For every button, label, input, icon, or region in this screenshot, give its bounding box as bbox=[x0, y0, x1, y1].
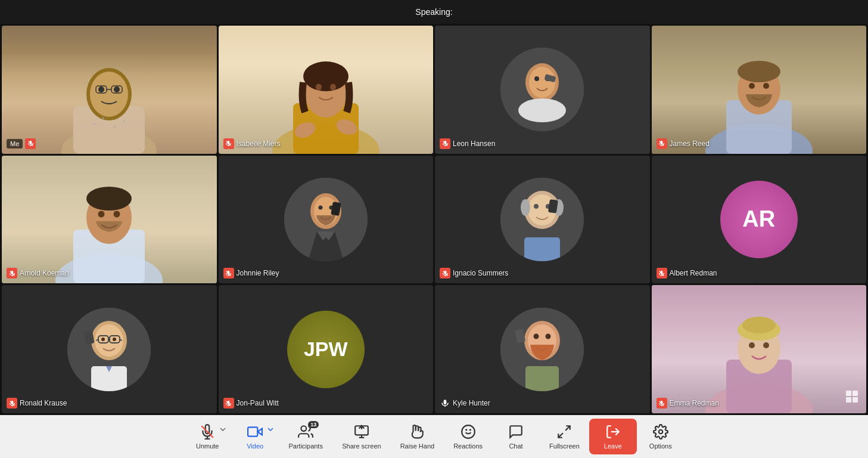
name-label-albert: Albert Redman bbox=[657, 268, 717, 278]
fullscreen-button[interactable]: Fullscreen bbox=[540, 419, 589, 454]
svg-rect-92 bbox=[853, 391, 858, 396]
svg-point-36 bbox=[763, 83, 769, 89]
mute-indicator-leon bbox=[440, 138, 450, 149]
svg-point-42 bbox=[98, 211, 105, 218]
svg-point-17 bbox=[303, 61, 349, 91]
unmute-label: Unmute bbox=[196, 442, 219, 450]
fullscreen-label: Fullscreen bbox=[549, 442, 580, 450]
participants-button[interactable]: 13 Participants bbox=[279, 419, 332, 454]
options-icon bbox=[652, 423, 669, 440]
mute-indicator-ronald bbox=[7, 398, 17, 409]
avatar-jpw: JPW bbox=[287, 311, 365, 388]
name-label-ronald: Ronald Krause bbox=[7, 398, 67, 409]
video-cell-arnold: Arnold Koeman bbox=[2, 156, 217, 284]
svg-point-57 bbox=[521, 199, 530, 216]
share-screen-button[interactable]: Share screen bbox=[332, 419, 390, 454]
video-cell-isabelle: Isabelle Miers bbox=[219, 26, 434, 154]
participant-name-johnnie: Johnnie Riley bbox=[237, 269, 279, 277]
video-cell-albert: AR Albert Redman bbox=[652, 156, 867, 284]
svg-line-108 bbox=[566, 426, 571, 431]
svg-point-105 bbox=[462, 425, 475, 438]
unmute-icon bbox=[199, 423, 216, 440]
chat-icon bbox=[508, 423, 524, 440]
participant-name-kyle: Kyle Hunter bbox=[453, 399, 490, 407]
svg-point-25 bbox=[529, 67, 555, 98]
name-label-leon: Leon Hansen bbox=[440, 138, 495, 149]
participant-name-james: James Reed bbox=[670, 140, 710, 148]
svg-point-10 bbox=[102, 117, 104, 119]
options-button[interactable]: Options bbox=[637, 419, 685, 454]
video-cell-kyle: Kyle Hunter bbox=[435, 285, 650, 413]
speaking-label: Speaking: bbox=[415, 7, 452, 17]
svg-point-89 bbox=[749, 342, 755, 348]
mute-indicator-emma bbox=[657, 398, 667, 409]
avatar-johnnie bbox=[284, 178, 368, 261]
mute-indicator-isabelle bbox=[223, 138, 234, 149]
mute-indicator-johnnie bbox=[223, 268, 234, 278]
name-label-jpw: Jon-Paul Witt bbox=[223, 398, 279, 409]
top-bar: Speaking: bbox=[0, 0, 868, 24]
name-label-kyle: Kyle Hunter bbox=[440, 398, 490, 409]
video-grid: Me Isabe bbox=[0, 24, 868, 415]
reactions-label: Reactions bbox=[453, 442, 483, 450]
svg-rect-83 bbox=[525, 366, 559, 391]
mute-indicator-me bbox=[25, 138, 36, 149]
participants-icon: 13 bbox=[297, 423, 314, 440]
video-cell-ignacio: Ignacio Summers bbox=[435, 156, 650, 284]
unmute-button[interactable]: Unmute bbox=[183, 419, 231, 454]
svg-point-48 bbox=[318, 205, 322, 209]
video-cell-emma: Emma Redman bbox=[652, 285, 867, 413]
svg-point-18 bbox=[316, 83, 322, 90]
video-cell-johnnie: Johnnie Riley bbox=[219, 156, 434, 284]
svg-point-81 bbox=[546, 333, 551, 339]
mute-indicator-james bbox=[657, 138, 667, 149]
participant-name-ignacio: Ignacio Summers bbox=[453, 269, 508, 277]
svg-point-11 bbox=[114, 126, 116, 128]
video-icon bbox=[247, 423, 263, 440]
name-label-james: James Reed bbox=[657, 138, 710, 149]
video-caret[interactable] bbox=[267, 426, 274, 433]
name-label-emma: Emma Redman bbox=[657, 398, 719, 409]
participant-name-arnold: Arnold Koeman bbox=[20, 269, 69, 277]
video-button[interactable]: Video bbox=[231, 419, 279, 454]
reactions-button[interactable]: Reactions bbox=[444, 419, 492, 454]
name-label-johnnie: Johnnie Riley bbox=[223, 268, 279, 278]
avatar-ronald bbox=[67, 308, 151, 391]
mute-indicator-jpw bbox=[223, 398, 234, 409]
mute-indicator-albert bbox=[657, 268, 667, 278]
leave-icon bbox=[605, 423, 621, 440]
svg-rect-91 bbox=[846, 391, 851, 396]
avatar-ignacio bbox=[500, 178, 584, 261]
video-cell-me: Me bbox=[2, 26, 217, 154]
raise-hand-button[interactable]: Raise Hand bbox=[391, 419, 444, 454]
mute-indicator-arnold bbox=[7, 268, 17, 278]
layout-icon[interactable] bbox=[845, 389, 859, 406]
svg-point-43 bbox=[114, 211, 120, 218]
raise-hand-icon bbox=[409, 423, 425, 440]
svg-point-12 bbox=[123, 120, 125, 122]
svg-rect-99 bbox=[248, 427, 257, 436]
name-label-isabelle: Isabelle Miers bbox=[223, 138, 281, 149]
video-cell-leon: Leon Hansen bbox=[435, 26, 650, 154]
mute-indicator-ignacio bbox=[440, 268, 450, 278]
svg-rect-60 bbox=[524, 237, 560, 261]
chat-button[interactable]: Chat bbox=[492, 419, 540, 454]
unmute-caret[interactable] bbox=[219, 426, 226, 433]
participant-name-isabelle: Isabelle Miers bbox=[237, 140, 281, 148]
participants-label: Participants bbox=[288, 442, 322, 450]
avatar-kyle bbox=[500, 308, 584, 391]
svg-point-34 bbox=[738, 61, 780, 82]
svg-point-28 bbox=[518, 98, 566, 122]
share-screen-label: Share screen bbox=[342, 442, 381, 450]
svg-point-71 bbox=[101, 338, 105, 341]
participant-name-jpw: Jon-Paul Witt bbox=[237, 399, 279, 407]
svg-point-55 bbox=[534, 204, 539, 209]
svg-point-19 bbox=[330, 83, 336, 90]
leave-button[interactable]: Leave bbox=[589, 419, 637, 454]
reactions-icon bbox=[460, 423, 477, 440]
participant-name-ronald: Ronald Krause bbox=[20, 399, 67, 407]
svg-rect-93 bbox=[846, 397, 851, 403]
toolbar: Unmute Video 13 Participants bbox=[0, 415, 868, 458]
chat-label: Chat bbox=[509, 442, 522, 450]
participant-name-emma: Emma Redman bbox=[670, 399, 719, 407]
